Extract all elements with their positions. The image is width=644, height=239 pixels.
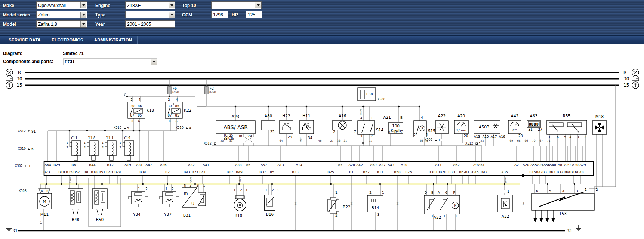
svg-text:(60A): (60A)	[209, 91, 216, 94]
svg-text:1: 1	[120, 142, 121, 145]
svg-text:A19: A19	[124, 163, 131, 167]
make-value: Opel/Vauxhall	[38, 3, 80, 8]
svg-text:B: B	[431, 191, 434, 195]
svg-text:A55: A55	[530, 163, 537, 167]
tab-administration[interactable]: ADMINISTRATION	[89, 36, 138, 44]
svg-text:M18: M18	[595, 114, 604, 119]
svg-text:A: A	[41, 190, 43, 193]
svg-text:X510: X510	[18, 147, 26, 150]
svg-text:2: 2	[196, 184, 198, 187]
svg-text:B20: B20	[440, 170, 446, 174]
svg-text:64: 64	[280, 139, 283, 142]
svg-text:1: 1	[28, 164, 31, 168]
tab-electronics[interactable]: ELECTRONICS	[46, 36, 89, 44]
svg-text:4: 4	[183, 184, 185, 187]
svg-text:H11: H11	[302, 114, 310, 118]
svg-text:F38: F38	[366, 92, 373, 96]
svg-text:H22: H22	[282, 114, 290, 118]
svg-text:B41: B41	[199, 170, 206, 174]
svg-text:2: 2	[172, 187, 173, 191]
ccm-label: CCM	[182, 12, 192, 18]
svg-text:B61: B61	[71, 163, 78, 167]
chevron-down-icon	[151, 59, 157, 65]
svg-text:63: 63	[420, 139, 423, 142]
year-field[interactable]: 2001 - 2005	[125, 20, 175, 28]
chevron-down-icon	[255, 2, 261, 8]
svg-text:B22: B22	[343, 205, 351, 209]
svg-text:D: D	[425, 191, 427, 195]
model-series-label: Model series	[3, 12, 30, 18]
svg-text:B52: B52	[363, 170, 370, 174]
svg-text:5: 5	[127, 126, 129, 130]
svg-text:A35: A35	[501, 170, 508, 174]
svg-text:91: 91	[31, 130, 36, 133]
svg-text:1: 1	[548, 135, 551, 139]
svg-text:31: 31	[528, 128, 532, 131]
top-components: ABS/ ASRA23TC: 25ESP:263029A8025H2229H11…	[216, 114, 607, 140]
svg-text:3: 3	[189, 184, 191, 187]
svg-text:B57: B57	[73, 170, 80, 174]
svg-text:6: 6	[175, 120, 177, 123]
components-label: Components and parts:	[3, 59, 53, 64]
svg-text:4: 4	[421, 116, 423, 120]
svg-text:M: M	[454, 204, 457, 207]
svg-text:swws: swws	[359, 109, 362, 115]
hp-field[interactable]: 125	[246, 11, 262, 18]
svg-text:2: 2	[120, 146, 121, 149]
svg-text:S15: S15	[428, 128, 435, 133]
model-series-select[interactable]: Zafira	[36, 11, 87, 18]
svg-text:X512: X512	[18, 130, 26, 133]
svg-text:6: 6	[31, 147, 34, 151]
svg-text:X506: X506	[425, 138, 432, 142]
svg-text:A13: A13	[277, 163, 284, 167]
top10-select[interactable]	[211, 1, 262, 9]
model-select[interactable]: Zafira 1,8	[36, 20, 87, 28]
svg-text:A38: A38	[235, 163, 242, 167]
svg-text:A22: A22	[438, 114, 446, 118]
svg-text:B26: B26	[405, 170, 412, 174]
svg-text:85: 85	[175, 114, 179, 117]
svg-text:B16: B16	[570, 170, 577, 174]
ccm-field[interactable]: 1796	[211, 11, 228, 18]
svg-text:68: 68	[517, 139, 521, 142]
tab-service-data[interactable]: SERVICE DATA	[3, 36, 46, 44]
svg-text:B64: B64	[564, 170, 570, 174]
svg-text:6: 6	[536, 189, 538, 193]
svg-text:B49: B49	[236, 170, 243, 174]
svg-text:A29: A29	[579, 163, 586, 167]
svg-text:31: 31	[12, 228, 18, 233]
svg-text:86: 86	[138, 104, 142, 108]
svg-text:85: 85	[138, 114, 142, 117]
svg-text:S14: S14	[376, 128, 383, 132]
svg-text:8888: 8888	[529, 122, 539, 127]
svg-text:A36: A36	[160, 163, 167, 167]
svg-text:A57: A57	[261, 163, 267, 167]
ccm-value: 1796	[213, 12, 227, 18]
svg-text:A32: A32	[502, 214, 509, 218]
components-select[interactable]: ECU	[63, 58, 157, 65]
svg-text:8: 8	[131, 120, 133, 123]
make-select[interactable]: Opel/Vauxhall	[36, 1, 87, 9]
svg-text:C°: C°	[512, 128, 517, 132]
svg-text:X502: X502	[15, 164, 23, 168]
svg-text:A6: A6	[246, 163, 250, 167]
svg-text:1: 1	[234, 189, 235, 192]
year-label: Year	[95, 22, 105, 27]
svg-text:17: 17	[369, 139, 373, 142]
engine-select[interactable]: Z18XE	[125, 1, 175, 9]
svg-text:B: B	[400, 116, 403, 120]
connector-labels: X51291X5106X5021X5105X5104X5061X500X508X…	[15, 98, 481, 193]
svg-text:1: 1	[67, 142, 68, 145]
svg-text:2: 2	[333, 130, 335, 134]
svg-text:B44: B44	[89, 163, 96, 167]
diagram-value: Simtec 71	[63, 51, 84, 56]
diagram-label: Diagram:	[3, 51, 22, 56]
svg-text:4: 4	[569, 135, 571, 139]
svg-text:B12: B12	[107, 163, 114, 167]
components-value: ECU	[65, 59, 150, 65]
svg-text:1: 1	[382, 191, 384, 195]
svg-text:A64: A64	[44, 163, 51, 167]
svg-text:2: 2	[584, 135, 586, 139]
ground-rail: 3131	[6, 225, 581, 233]
type-select[interactable]	[125, 11, 175, 18]
